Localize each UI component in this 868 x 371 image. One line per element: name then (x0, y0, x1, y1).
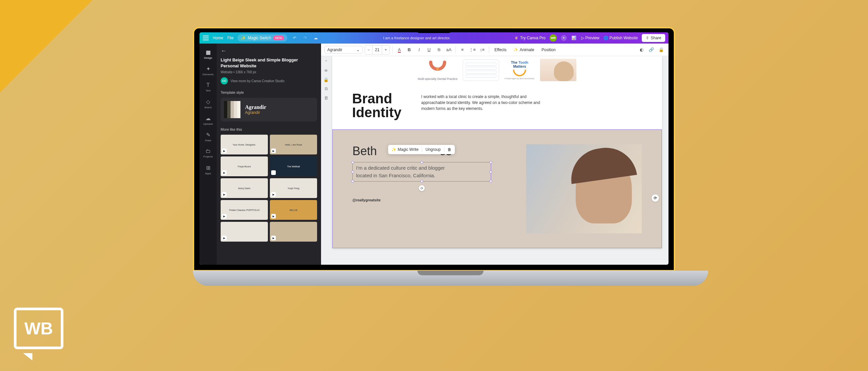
user-avatar[interactable]: WB (550, 34, 557, 42)
rail-uploads[interactable]: ☁Uploads (199, 112, 217, 128)
delete-button[interactable]: 🗑 (447, 147, 452, 152)
link-icon[interactable]: 🔗 (647, 46, 655, 54)
preview-button[interactable]: ▷ Preview (581, 36, 599, 40)
template-thumb[interactable]: The Wellhall▶ (270, 157, 317, 176)
resize-handle[interactable] (421, 161, 423, 164)
template-thumb[interactable]: Avery Davis▶ (221, 178, 268, 198)
animate-button[interactable]: Animate (511, 46, 537, 54)
home-link[interactable]: Home (213, 36, 223, 40)
magic-switch-button[interactable]: ✨Magic SwitchNEW (238, 34, 287, 42)
template-thumb[interactable]: NELLIE▶ (270, 200, 317, 220)
insights-icon[interactable]: 📊 (571, 36, 577, 40)
publish-button[interactable]: 🌐 Publish Website (603, 36, 638, 40)
brand-identity-heading: BrandIdentity (352, 92, 401, 120)
hamburger-icon[interactable] (203, 36, 209, 40)
italic-icon[interactable]: I (415, 46, 423, 54)
lock-icon[interactable]: 🔒 (657, 46, 665, 54)
list-icon[interactable]: ⋮≡ (468, 46, 476, 54)
bold-icon[interactable]: B (405, 46, 413, 54)
resize-handle[interactable] (351, 171, 354, 173)
align-icon[interactable]: ≡ (459, 46, 466, 54)
play-icon: ▶ (222, 148, 226, 153)
rail-brand[interactable]: ◇Brand (199, 96, 217, 111)
blogger-section[interactable]: Beth es ✨Magic Write Ungroup (332, 129, 662, 248)
canvas-page[interactable]: Multi-specialty Dental Practice The Toot… (332, 56, 662, 248)
rail-design[interactable]: ▦Design (199, 46, 217, 62)
font-size-plus[interactable]: + (382, 45, 390, 54)
add-member-button[interactable]: + (561, 35, 567, 41)
rail-projects[interactable]: 🗀Projects (199, 145, 217, 161)
resize-handle[interactable] (490, 161, 492, 164)
author-badge: CC (221, 77, 228, 85)
resize-handle[interactable] (421, 180, 423, 182)
strikethrough-icon[interactable]: S (435, 46, 443, 54)
play-icon: ▶ (271, 236, 276, 240)
duplicate-icon[interactable]: ⧉ (325, 86, 328, 92)
uploads-icon: ☁ (206, 115, 211, 122)
spacing-icon[interactable]: ↕≡ (478, 46, 486, 54)
tooth-matters-card: The ToothMatters A Tooth Agent by Einn a… (504, 60, 535, 79)
redo-icon[interactable]: ↷ (302, 36, 309, 40)
brand-icon: ◇ (206, 99, 210, 105)
play-icon: ▶ (271, 214, 276, 218)
play-icon: ▶ (271, 148, 276, 153)
template-thumb[interactable]: Hello, I am Rosé▶ (270, 135, 317, 155)
ungroup-button[interactable]: Ungroup (426, 147, 441, 152)
doc-title[interactable]: I am a freelance designer and art direct… (323, 36, 510, 40)
dental-card (463, 59, 499, 81)
blogger-hero-image[interactable] (526, 144, 642, 233)
font-size-value[interactable]: 21 (372, 45, 382, 54)
text-color-icon[interactable]: A (395, 46, 403, 54)
template-thumb[interactable]: Freya Moore▶ (221, 157, 268, 176)
magic-write-button[interactable]: ✨Magic Write (392, 147, 418, 152)
share-button[interactable]: ⇧Share (642, 34, 665, 42)
underline-icon[interactable]: U (425, 46, 433, 54)
apps-icon: ⊞ (206, 165, 210, 171)
resize-handle[interactable] (490, 171, 492, 173)
position-button[interactable]: Position (539, 46, 559, 54)
blogger-name[interactable]: Beth es ✨Magic Write Ungroup (352, 144, 513, 158)
sparkle-icon: ✨ (392, 147, 396, 152)
refresh-badge[interactable]: ⟳ (652, 194, 659, 202)
back-button[interactable]: ← (221, 47, 317, 55)
try-canva-pro-button[interactable]: ♛Try Canva Pro (515, 36, 546, 40)
play-icon: ▶ (271, 192, 276, 197)
trash-icon[interactable]: 🗑 (324, 95, 328, 100)
effects-button[interactable]: Effects (492, 46, 509, 54)
template-thumb[interactable]: Your Home. Designed.▶ (221, 135, 268, 155)
brand-identity-text: I worked with a local clinic to create a… (421, 92, 540, 111)
file-link[interactable]: File (227, 36, 234, 40)
rail-apps[interactable]: ⊞Apps (199, 162, 217, 177)
resize-handle[interactable] (351, 161, 354, 164)
play-icon: ▶ (222, 170, 226, 175)
left-rail: ▦Design ✦Elements TText ◇Brand ☁Uploads … (199, 43, 217, 265)
chevron-up-icon[interactable]: ⌃ (324, 59, 328, 64)
rail-elements[interactable]: ✦Elements (199, 63, 217, 78)
template-thumb[interactable]: Tristan Chausso PORTFOLIO▶ (221, 200, 268, 220)
template-author[interactable]: CC View more by Canva Creative Studio (221, 77, 317, 85)
case-icon[interactable]: aA (445, 46, 453, 54)
text-icon: T (207, 82, 210, 88)
font-select[interactable]: Agrandir⌄ (324, 46, 363, 54)
rail-text[interactable]: TText (199, 79, 217, 95)
play-icon: ▶ (271, 170, 276, 175)
lock-page-icon[interactable]: 🔒 (323, 77, 329, 82)
template-thumb[interactable]: Yuqin Feng▶ (270, 178, 317, 198)
context-menu: ✨Magic Write Ungroup 🗑 (388, 145, 455, 154)
style-card[interactable]: AgrandirAgrandir (221, 98, 317, 122)
template-style-label: Template style (221, 91, 317, 94)
template-thumb[interactable]: ▶ (270, 222, 317, 242)
template-thumb[interactable]: ▶ (221, 222, 268, 242)
resize-handle[interactable] (351, 180, 354, 182)
rotate-handle[interactable]: ⟳ (419, 185, 425, 191)
resize-handle[interactable] (490, 180, 492, 182)
palette-swatches (224, 101, 241, 118)
eye-icon[interactable]: 👁 (324, 68, 328, 73)
dental-hero-image (540, 59, 576, 81)
font-size-minus[interactable]: − (365, 45, 372, 54)
cloud-sync-icon[interactable]: ☁ (312, 36, 319, 40)
selected-bio-text[interactable]: I'm a dedicated culture critic and blogg… (352, 162, 491, 181)
rail-draw[interactable]: ✎Draw (199, 129, 217, 144)
transparency-icon[interactable]: ◐ (638, 46, 645, 54)
undo-icon[interactable]: ↶ (291, 36, 298, 40)
